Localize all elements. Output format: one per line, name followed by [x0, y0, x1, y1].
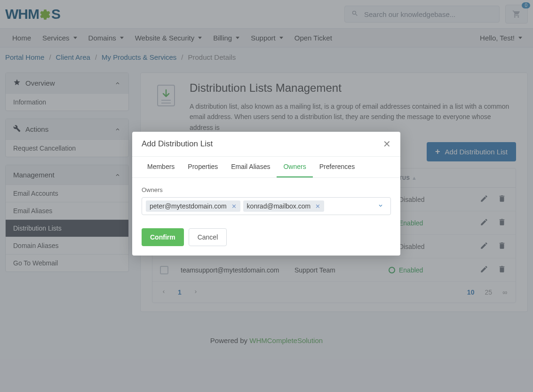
- modal-title: Add Distribution List: [142, 139, 213, 149]
- tab-email-aliases[interactable]: Email Aliases: [224, 157, 277, 177]
- owner-tag: peter@mytestdomain.com ✕: [146, 200, 240, 212]
- tab-preferences[interactable]: Preferences: [313, 157, 361, 177]
- owners-label: Owners: [142, 186, 391, 193]
- remove-tag-icon[interactable]: ✕: [315, 203, 320, 210]
- owners-input[interactable]: peter@mytestdomain.com ✕ konrad@mailbox.…: [142, 197, 391, 215]
- tab-owners[interactable]: Owners: [277, 157, 312, 177]
- owner-tag: konrad@mailbox.com ✕: [243, 200, 325, 212]
- tab-properties[interactable]: Properties: [181, 157, 224, 177]
- modal-close-button[interactable]: ✕: [383, 138, 391, 150]
- remove-tag-icon[interactable]: ✕: [231, 203, 237, 210]
- confirm-button[interactable]: Confirm: [142, 228, 184, 246]
- cancel-button[interactable]: Cancel: [189, 228, 227, 246]
- dropdown-icon[interactable]: [377, 202, 387, 210]
- add-distribution-list-modal: Add Distribution List ✕ Members Properti…: [132, 132, 400, 256]
- tab-members[interactable]: Members: [141, 157, 181, 177]
